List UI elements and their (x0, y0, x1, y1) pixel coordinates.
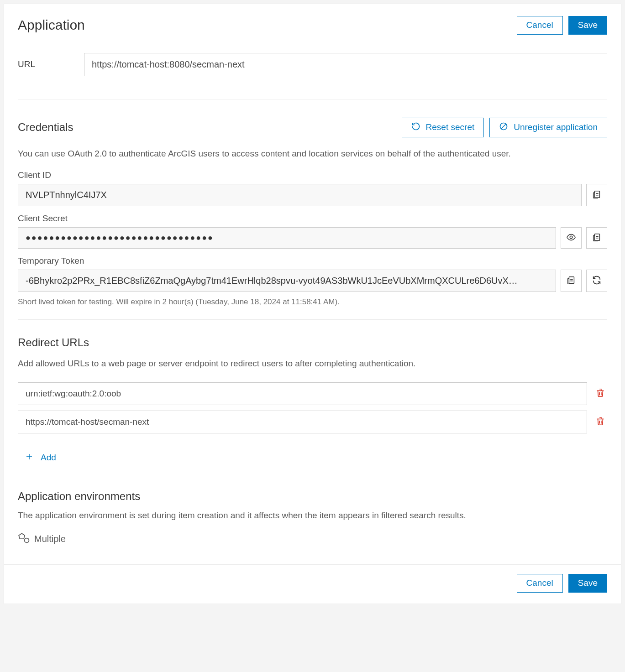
reset-secret-label: Reset secret (426, 122, 475, 132)
url-label: URL (18, 59, 41, 69)
add-redirect-button[interactable]: Add (4, 444, 70, 477)
svg-rect-4 (594, 234, 599, 241)
copy-client-id-button[interactable] (586, 184, 607, 206)
plus-icon (25, 453, 33, 463)
temp-token-value[interactable]: -6Bhykro2p2PRx_R1EBC8sfiZ6ZmaQgAybg7tm41… (18, 270, 556, 292)
clipboard-icon (566, 275, 576, 287)
unregister-label: Unregister application (514, 122, 598, 132)
svg-point-13 (25, 538, 29, 543)
ban-icon (499, 122, 508, 133)
svg-rect-5 (569, 277, 574, 284)
eye-icon (566, 232, 576, 244)
redirect-url-input[interactable] (18, 382, 587, 405)
environments-value: Multiple (34, 534, 66, 544)
trash-icon (595, 416, 605, 427)
page-title: Application (18, 17, 85, 33)
svg-line-1 (501, 124, 506, 129)
environments-icon (18, 532, 30, 546)
refresh-token-button[interactable] (586, 270, 607, 292)
refresh-icon (592, 275, 602, 287)
reset-secret-button[interactable]: Reset secret (402, 118, 484, 137)
clipboard-icon (592, 189, 602, 201)
temp-token-label: Temporary Token (18, 256, 607, 266)
copy-token-button[interactable] (561, 270, 582, 292)
delete-redirect-button[interactable] (593, 415, 607, 429)
cancel-button[interactable]: Cancel (517, 16, 563, 35)
credentials-title: Credentials (18, 121, 73, 134)
redirect-url-input[interactable] (18, 411, 587, 433)
url-input[interactable] (84, 53, 607, 76)
svg-marker-12 (19, 534, 25, 539)
client-secret-label: Client Secret (18, 214, 607, 224)
trash-icon (595, 388, 605, 399)
reset-icon (411, 122, 420, 133)
delete-redirect-button[interactable] (593, 387, 607, 401)
redirect-url-row (18, 411, 607, 433)
save-button[interactable]: Save (568, 16, 607, 35)
show-secret-button[interactable] (561, 227, 582, 249)
clipboard-icon (592, 232, 602, 244)
client-id-label: Client ID (18, 170, 607, 180)
footer-cancel-button[interactable]: Cancel (517, 574, 563, 593)
copy-secret-button[interactable] (586, 227, 607, 249)
client-secret-value[interactable]: ●●●●●●●●●●●●●●●●●●●●●●●●●●●●●●●● (18, 227, 556, 249)
client-id-value[interactable]: NVLPTnhnylC4IJ7X (18, 184, 582, 206)
svg-point-3 (570, 236, 572, 239)
redirect-url-row (18, 382, 607, 405)
environments-description: The application environment is set durin… (18, 503, 607, 522)
add-label: Add (41, 453, 56, 463)
svg-rect-2 (594, 191, 599, 198)
redirect-description: Add allowed URLs to a web page or server… (18, 349, 607, 377)
temp-token-hint: Short lived token for testing. Will expi… (4, 294, 621, 319)
footer-save-button[interactable]: Save (568, 574, 607, 593)
unregister-button[interactable]: Unregister application (489, 118, 607, 137)
redirect-title: Redirect URLs (18, 336, 607, 349)
environments-title: Application environments (18, 490, 607, 503)
credentials-description: You can use OAuth 2.0 to authenticate Ar… (4, 137, 621, 165)
